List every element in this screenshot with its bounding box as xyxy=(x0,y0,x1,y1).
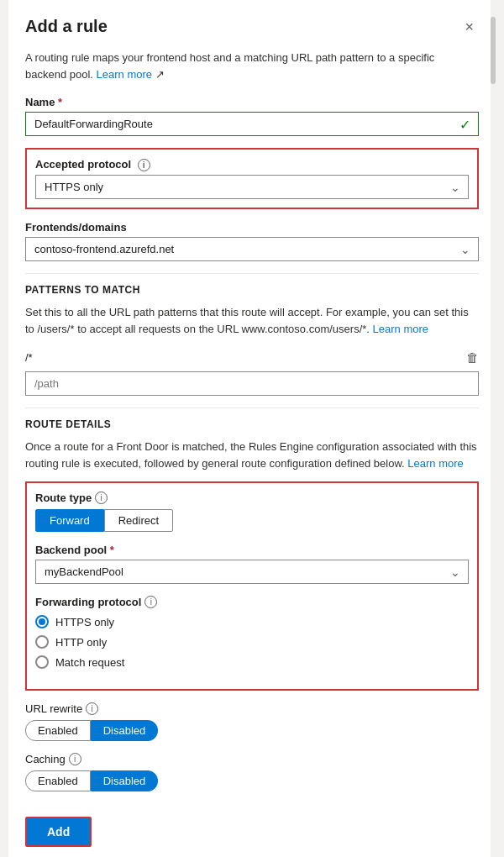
radio-http-only-label: HTTP only xyxy=(55,636,107,649)
pattern-input-group xyxy=(25,371,479,396)
accepted-protocol-section: Accepted protocol i HTTPS only HTTP only… xyxy=(25,148,479,209)
patterns-section-title: PATTERNS TO MATCH xyxy=(25,284,479,296)
caching-toggle: Enabled Disabled xyxy=(25,770,479,791)
learn-more-link-3[interactable]: Learn more xyxy=(407,457,463,470)
redirect-button[interactable]: Redirect xyxy=(104,509,173,532)
caching-toggle-wrapper: Enabled Disabled xyxy=(25,770,479,791)
delete-pattern-icon[interactable]: 🗑 xyxy=(466,350,479,365)
accepted-protocol-label: Accepted protocol i xyxy=(35,158,469,171)
backend-pool-group: Backend pool myBackendPool ⌄ xyxy=(35,544,469,584)
pattern-row: /* 🗑 xyxy=(25,350,479,365)
url-rewrite-label-row: URL rewrite i xyxy=(25,702,479,715)
route-type-group: Route type i Forward Redirect xyxy=(35,492,469,532)
url-rewrite-section: URL rewrite i Enabled Disabled xyxy=(25,702,479,741)
route-type-label-row: Route type i xyxy=(35,492,469,504)
check-icon: ✓ xyxy=(459,116,470,132)
radio-match-request[interactable]: Match request xyxy=(35,655,469,669)
learn-more-link-1[interactable]: Learn more xyxy=(97,68,152,81)
backend-pool-select[interactable]: myBackendPool xyxy=(35,560,469,584)
radio-https-only[interactable]: HTTPS only xyxy=(35,615,469,628)
route-type-toggle: Forward Redirect xyxy=(35,509,469,532)
accepted-protocol-select-wrapper: HTTPS only HTTP only HTTP and HTTPS ⌄ xyxy=(35,175,469,199)
route-details-title: ROUTE DETAILS xyxy=(25,418,479,430)
caching-disabled-button[interactable]: Disabled xyxy=(91,770,159,791)
pattern-value: /* xyxy=(25,351,33,364)
panel-title: Add a rule xyxy=(25,17,108,36)
radio-http-only-indicator xyxy=(35,635,49,649)
caching-section: Caching i Enabled Disabled xyxy=(25,753,479,791)
forwarding-protocol-radio-group: HTTPS only HTTP only Match request xyxy=(35,615,469,669)
name-input[interactable] xyxy=(25,112,479,136)
url-rewrite-label: URL rewrite xyxy=(25,702,82,715)
divider-2 xyxy=(25,407,479,408)
caching-enabled-button[interactable]: Enabled xyxy=(25,770,91,791)
frontends-form-group: Frontends/domains contoso-frontend.azure… xyxy=(25,221,479,261)
name-form-group: Name ✓ xyxy=(25,96,479,136)
backend-pool-select-wrapper: myBackendPool ⌄ xyxy=(35,560,469,584)
add-button[interactable]: Add xyxy=(25,817,92,847)
url-rewrite-info-icon[interactable]: i xyxy=(86,702,98,715)
scrollbar[interactable] xyxy=(491,0,496,857)
radio-https-only-label: HTTPS only xyxy=(55,616,114,628)
forward-button[interactable]: Forward xyxy=(35,509,104,532)
route-type-info-icon[interactable]: i xyxy=(95,492,108,504)
url-rewrite-enabled-button[interactable]: Enabled xyxy=(25,720,91,741)
route-details-description: Once a route for a Front Door is matched… xyxy=(25,439,479,471)
name-label: Name xyxy=(25,96,479,108)
caching-label-row: Caching i xyxy=(25,753,479,765)
forwarding-protocol-info-icon[interactable]: i xyxy=(144,596,157,608)
pattern-input[interactable] xyxy=(25,371,479,396)
learn-more-link-2[interactable]: Learn more xyxy=(373,323,428,335)
scrollbar-thumb xyxy=(491,17,496,84)
accepted-protocol-group: Accepted protocol i HTTPS only HTTP only… xyxy=(35,158,469,199)
radio-http-only[interactable]: HTTP only xyxy=(35,635,469,649)
url-rewrite-toggle-wrapper: Enabled Disabled xyxy=(25,720,479,741)
caching-info-icon[interactable]: i xyxy=(69,753,81,765)
radio-https-only-indicator xyxy=(35,615,49,628)
divider-1 xyxy=(25,273,479,274)
radio-match-request-indicator xyxy=(35,655,49,669)
accepted-protocol-info-icon[interactable]: i xyxy=(138,159,150,171)
forwarding-protocol-group: Forwarding protocol i HTTPS only HTTP on… xyxy=(35,596,469,669)
radio-match-request-label: Match request xyxy=(55,656,124,669)
route-type-label: Route type xyxy=(35,492,92,504)
panel-header: Add a rule × xyxy=(25,17,479,38)
name-input-wrapper: ✓ xyxy=(25,112,479,136)
url-rewrite-toggle: Enabled Disabled xyxy=(25,720,479,741)
close-button[interactable]: × xyxy=(459,17,479,38)
accepted-protocol-select[interactable]: HTTPS only HTTP only HTTP and HTTPS xyxy=(35,175,469,199)
route-details-section: Route type i Forward Redirect Backend po… xyxy=(25,481,479,691)
frontends-select-wrapper: contoso-frontend.azurefd.net ⌄ xyxy=(25,237,479,261)
forwarding-protocol-label: Forwarding protocol xyxy=(35,596,141,608)
backend-pool-label: Backend pool xyxy=(35,544,469,556)
patterns-description: Set this to all the URL path patterns th… xyxy=(25,304,479,337)
add-button-wrapper: Add xyxy=(25,803,479,847)
caching-label: Caching xyxy=(25,753,66,765)
add-rule-panel: Add a rule × A routing rule maps your fr… xyxy=(8,0,496,857)
forwarding-protocol-label-row: Forwarding protocol i xyxy=(35,596,469,608)
frontends-label: Frontends/domains xyxy=(25,221,479,234)
panel-description: A routing rule maps your frontend host a… xyxy=(25,50,479,82)
frontends-select[interactable]: contoso-frontend.azurefd.net xyxy=(25,237,479,261)
url-rewrite-disabled-button[interactable]: Disabled xyxy=(91,720,159,741)
